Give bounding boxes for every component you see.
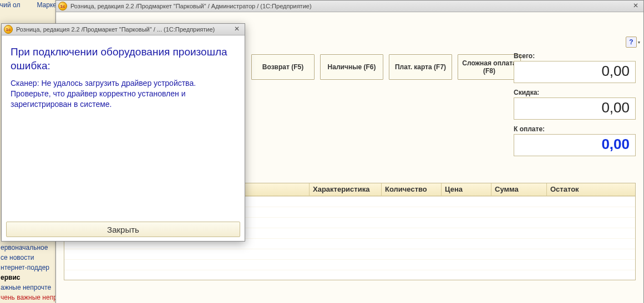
main-window-title: Розница, редакция 2.2 /Продмаркет "Парко… <box>70 3 630 9</box>
discount-label: Скидка: <box>514 89 636 96</box>
col-sum[interactable]: Сумма <box>491 183 547 196</box>
due-label: К оплате: <box>514 125 636 133</box>
dialog-heading: При подключении оборудования произошла о… <box>11 45 236 73</box>
app-icon: 1c <box>58 2 67 11</box>
app-icon: 1c <box>4 25 13 34</box>
total-label: Всего: <box>514 52 636 60</box>
col-price[interactable]: Цена <box>442 183 491 196</box>
close-button[interactable]: Закрыть <box>6 222 240 237</box>
due-value: 0,00 <box>514 134 636 156</box>
return-button[interactable]: Возврат (F5) <box>251 54 315 80</box>
col-remainder[interactable]: Остаток <box>547 183 635 196</box>
dialog-message: Сканер: Не удалось загрузить драйвер уст… <box>11 78 236 110</box>
discount-value: 0,00 <box>514 97 636 120</box>
complex-payment-button[interactable]: Сложная оплата (F8) <box>458 54 521 80</box>
cash-button[interactable]: Наличные (F6) <box>320 54 383 80</box>
bg-service-header: ервис <box>0 273 55 283</box>
bg-link[interactable]: ажные непрочте <box>0 283 55 292</box>
help-dropdown-caret[interactable]: ▾ <box>638 40 640 45</box>
col-quantity[interactable]: Количество <box>382 183 442 196</box>
bg-link[interactable]: ервоначальное <box>0 243 55 253</box>
error-dialog: 1c Розница, редакция 2.2 /Продмаркет "Па… <box>1 23 245 242</box>
card-button[interactable]: Плат. карта (F7) <box>389 54 452 80</box>
total-value: 0,00 <box>514 61 636 83</box>
bg-link[interactable]: нтернет-поддер <box>0 263 55 273</box>
close-icon[interactable]: ✕ <box>231 25 242 33</box>
help-icon[interactable]: ? <box>626 37 637 48</box>
bg-top-menu: чий ол Марке <box>0 1 57 9</box>
totals-panel: Всего: 0,00 Скидка: 0,00 К оплате: 0,00 <box>514 51 636 162</box>
dialog-title: Розница, редакция 2.2 /Продмаркет "Парко… <box>16 26 231 33</box>
main-window-titlebar[interactable]: 1c Розница, редакция 2.2 /Продмаркет "Па… <box>56 1 643 12</box>
close-icon[interactable]: ✕ <box>630 2 641 10</box>
bg-link[interactable]: се новости <box>0 253 55 263</box>
col-characteristic[interactable]: Характеристика <box>310 183 382 196</box>
action-button-row: Возврат (F5) Наличные (F6) Плат. карта (… <box>251 54 521 80</box>
dialog-titlebar[interactable]: 1c Розница, редакция 2.2 /Продмаркет "Па… <box>2 24 245 35</box>
bg-link-important[interactable]: чень важные непро <box>0 292 55 302</box>
